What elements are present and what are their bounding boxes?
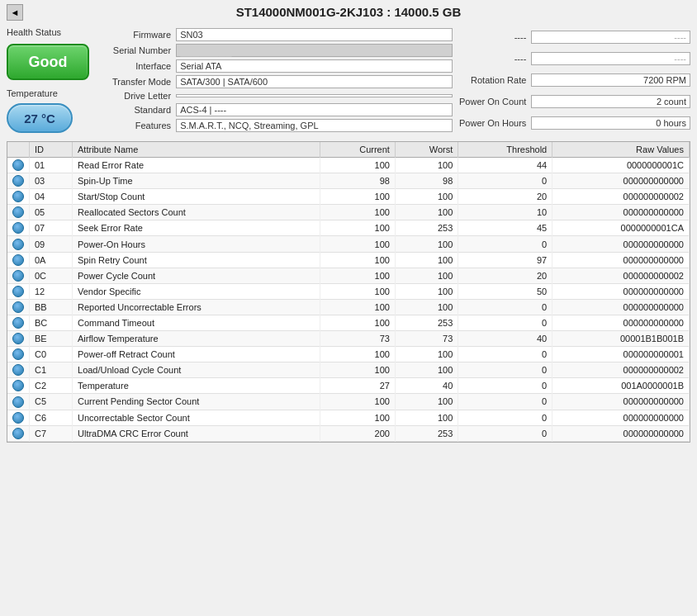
table-row[interactable]: C1Load/Unload Cycle Count100100000000000… — [7, 362, 690, 378]
row-name-1: Spin-Up Time — [73, 173, 320, 189]
info-grid: FirmwareSN03Serial Number████████Interfa… — [112, 27, 453, 133]
col-worst: Worst — [395, 142, 458, 158]
row-name-9: Reported Uncorrectable Errors — [73, 299, 320, 315]
row-id-7: 0C — [30, 268, 73, 283]
row-id-6: 0A — [30, 252, 73, 268]
row-current-1: 98 — [320, 173, 395, 189]
row-icon-15 — [7, 394, 30, 410]
right-value-0: ---- — [531, 31, 690, 44]
row-threshold-14: 0 — [458, 378, 552, 394]
row-worst-2: 100 — [395, 189, 458, 205]
row-worst-14: 40 — [395, 378, 458, 394]
row-icon-14 — [7, 378, 30, 394]
row-name-5: Power-On Hours — [73, 236, 320, 252]
row-current-17: 200 — [320, 425, 395, 441]
row-current-7: 100 — [320, 268, 395, 283]
row-worst-4: 253 — [395, 220, 458, 236]
row-threshold-13: 0 — [458, 362, 552, 378]
row-current-9: 100 — [320, 299, 395, 315]
row-raw-5: 000000000000 — [552, 236, 690, 252]
row-threshold-0: 44 — [458, 158, 552, 173]
row-current-13: 100 — [320, 362, 395, 378]
row-icon-17 — [7, 425, 30, 441]
row-worst-8: 100 — [395, 283, 458, 299]
row-name-15: Current Pending Sector Count — [73, 394, 320, 410]
right-label-3: Power On Count — [459, 97, 528, 107]
info-label-0: Firmware — [112, 30, 173, 40]
row-id-5: 09 — [30, 236, 73, 252]
table-row[interactable]: C2Temperature27400001A0000001B — [7, 378, 690, 394]
row-name-6: Spin Retry Count — [73, 252, 320, 268]
row-raw-2: 000000000002 — [552, 189, 690, 205]
title-bar: ◄ ST14000NM001G-2KJ103 : 14000.5 GB — [0, 0, 697, 24]
table-row[interactable]: C0Power-off Retract Count100100000000000… — [7, 347, 690, 362]
back-button[interactable]: ◄ — [7, 4, 23, 21]
table-row[interactable]: C5Current Pending Sector Count1001000000… — [7, 394, 690, 410]
row-threshold-12: 0 — [458, 347, 552, 362]
smart-table: ID Attribute Name Current Worst Threshol… — [7, 142, 690, 442]
row-id-8: 12 — [30, 283, 73, 299]
row-raw-12: 000000000001 — [552, 347, 690, 362]
table-row[interactable]: 12Vendor Specific10010050000000000000 — [7, 283, 690, 299]
row-icon-4 — [7, 220, 30, 236]
row-id-16: C6 — [30, 410, 73, 425]
row-current-2: 100 — [320, 189, 395, 205]
right-label-4: Power On Hours — [459, 118, 528, 128]
row-raw-17: 000000000000 — [552, 425, 690, 441]
table-row[interactable]: 07Seek Error Rate100253450000000001CA — [7, 220, 690, 236]
row-name-12: Power-off Retract Count — [73, 347, 320, 362]
info-value-5: ACS-4 | ---- — [176, 103, 453, 116]
table-row[interactable]: 09Power-On Hours1001000000000000000 — [7, 236, 690, 252]
row-raw-13: 000000000002 — [552, 362, 690, 378]
row-name-7: Power Cycle Count — [73, 268, 320, 283]
row-icon-12 — [7, 347, 30, 362]
table-row[interactable]: C7UltraDMA CRC Error Count20025300000000… — [7, 425, 690, 441]
right-label-0: ---- — [459, 32, 528, 42]
table-row[interactable]: 05Reallocated Sectors Count1001001000000… — [7, 205, 690, 220]
right-panel: ----------------Rotation Rate7200 RPMPow… — [459, 27, 690, 133]
table-row[interactable]: 0ASpin Retry Count10010097000000000000 — [7, 252, 690, 268]
table-row[interactable]: C6Uncorrectable Sector Count100100000000… — [7, 410, 690, 425]
table-row[interactable]: BEAirflow Temperature73734000001B1B001B — [7, 331, 690, 347]
row-worst-17: 253 — [395, 425, 458, 441]
row-icon-10 — [7, 315, 30, 330]
row-current-4: 100 — [320, 220, 395, 236]
row-id-4: 07 — [30, 220, 73, 236]
row-raw-10: 000000000000 — [552, 315, 690, 330]
row-name-3: Reallocated Sectors Count — [73, 205, 320, 220]
table-row[interactable]: BCCommand Timeout1002530000000000000 — [7, 315, 690, 330]
smart-table-container[interactable]: ID Attribute Name Current Worst Threshol… — [7, 141, 690, 443]
row-worst-11: 73 — [395, 331, 458, 347]
row-threshold-2: 20 — [458, 189, 552, 205]
right-value-4: 0 hours — [531, 116, 690, 130]
row-threshold-17: 0 — [458, 425, 552, 441]
row-icon-0 — [7, 158, 30, 173]
right-value-2: 7200 RPM — [531, 73, 690, 87]
row-icon-16 — [7, 410, 30, 425]
row-threshold-8: 50 — [458, 283, 552, 299]
row-current-15: 100 — [320, 394, 395, 410]
table-row[interactable]: 03Spin-Up Time98980000000000000 — [7, 173, 690, 189]
info-label-5: Standard — [112, 105, 173, 115]
row-name-0: Read Error Rate — [73, 158, 320, 173]
page-title: ST14000NM001G-2KJ103 : 14000.5 GB — [236, 5, 462, 19]
row-icon-13 — [7, 362, 30, 378]
table-row[interactable]: BBReported Uncorrectable Errors100100000… — [7, 299, 690, 315]
row-id-1: 03 — [30, 173, 73, 189]
row-raw-8: 000000000000 — [552, 283, 690, 299]
row-threshold-11: 40 — [458, 331, 552, 347]
row-worst-5: 100 — [395, 236, 458, 252]
row-raw-14: 001A0000001B — [552, 378, 690, 394]
left-panel: Health Status Good Temperature 27 °C — [7, 27, 106, 133]
table-row[interactable]: 01Read Error Rate100100440000000001C — [7, 158, 690, 173]
table-row[interactable]: 0CPower Cycle Count10010020000000000002 — [7, 268, 690, 283]
table-row[interactable]: 04Start/Stop Count10010020000000000002 — [7, 189, 690, 205]
row-current-11: 73 — [320, 331, 395, 347]
row-raw-4: 0000000001CA — [552, 220, 690, 236]
row-worst-15: 100 — [395, 394, 458, 410]
row-threshold-6: 97 — [458, 252, 552, 268]
row-worst-7: 100 — [395, 268, 458, 283]
row-worst-6: 100 — [395, 252, 458, 268]
col-current: Current — [320, 142, 395, 158]
row-icon-11 — [7, 331, 30, 347]
